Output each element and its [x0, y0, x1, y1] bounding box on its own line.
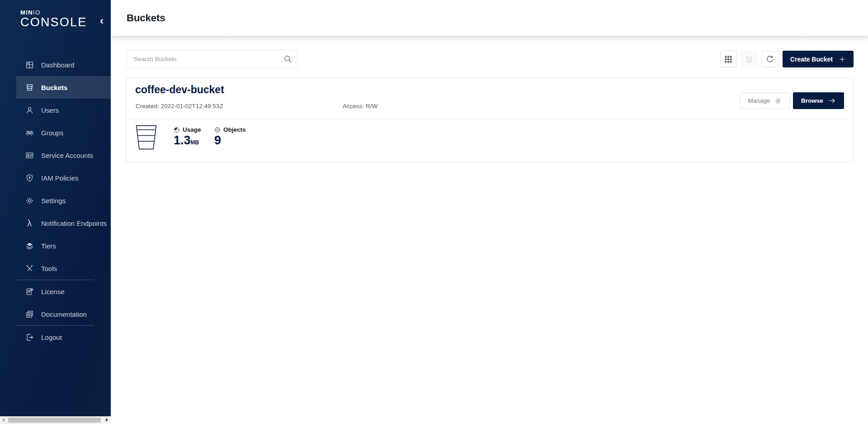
usage-label-row: Usage	[174, 126, 201, 133]
sidebar-item-label: Documentation	[41, 310, 87, 318]
sidebar-item-dashboard[interactable]: Dashboard	[16, 53, 111, 76]
pie-chart-icon	[174, 127, 180, 133]
lambda-icon: λ	[25, 219, 34, 228]
plus-icon	[839, 56, 846, 63]
sidebar-item-label: Settings	[41, 197, 66, 205]
sidebar-item-users[interactable]: Users	[16, 99, 111, 121]
scrollbar-left-arrow-icon[interactable]	[2, 418, 5, 422]
manage-label: Manage	[748, 97, 770, 104]
bucket-icon	[135, 124, 157, 150]
list-view-button[interactable]	[741, 51, 758, 67]
sidebar-item-license[interactable]: License	[16, 280, 111, 303]
objects-label-row: Objects	[214, 126, 246, 133]
manage-button[interactable]: Manage	[740, 92, 790, 109]
sidebar-item-buckets[interactable]: Buckets	[16, 76, 111, 99]
sidebar-item-label: Users	[41, 106, 59, 114]
groups-icon	[25, 128, 34, 137]
bucket-card: coffee-dev-bucket Manage Browse Created:…	[126, 78, 854, 162]
content-area: Create Bucket coffee-dev-bucket Manage B…	[111, 36, 868, 424]
user-icon	[25, 105, 34, 114]
browse-button[interactable]: Browse	[793, 92, 844, 109]
arrow-right-icon	[828, 97, 836, 105]
gear-icon	[774, 97, 782, 105]
bucket-name-link[interactable]: coffee-dev-bucket	[135, 84, 224, 96]
page-header: Buckets	[111, 0, 868, 36]
usage-metric: Usage 1.3MB	[174, 126, 201, 147]
dashboard-icon	[25, 60, 34, 69]
usage-label: Usage	[183, 126, 201, 133]
scrollbar-right-arrow-icon[interactable]	[106, 418, 108, 422]
sidebar-item-tiers[interactable]: Tiers	[16, 234, 111, 257]
buckets-toolbar: Create Bucket	[720, 51, 854, 67]
sidebar-item-label: Groups	[41, 129, 63, 137]
browse-label: Browse	[801, 97, 823, 104]
sidebar-item-tools[interactable]: Tools	[16, 257, 111, 280]
buckets-icon	[25, 83, 34, 92]
minio-wordmark: MINIO	[20, 10, 87, 15]
sidebar-item-iam-policies[interactable]: IAM Policies	[16, 167, 111, 189]
sidebar-collapse-button[interactable]: ‹	[100, 15, 104, 26]
id-card-icon	[25, 151, 34, 160]
sidebar-item-notification-endpoints[interactable]: λ Notification Endpoints	[16, 212, 111, 234]
documentation-icon	[25, 310, 34, 319]
chevron-left-icon: ‹	[100, 14, 104, 27]
logout-icon	[25, 333, 34, 342]
scrollbar-thumb[interactable]	[8, 418, 101, 423]
create-bucket-button[interactable]: Create Bucket	[783, 51, 854, 67]
main-area: Buckets	[111, 0, 868, 424]
usage-value: 1.3MB	[174, 134, 201, 147]
bucket-card-actions: Manage Browse	[740, 92, 844, 109]
console-wordmark: CONSOLE	[20, 16, 87, 29]
shield-lock-icon	[25, 173, 34, 182]
list-view-icon	[745, 55, 754, 64]
sidebar-item-label: Dashboard	[41, 61, 74, 69]
sidebar-item-settings[interactable]: Settings	[16, 189, 111, 212]
sidebar-item-documentation[interactable]: Documentation	[16, 303, 111, 325]
brand-min: MIN	[20, 9, 33, 16]
layers-icon	[25, 241, 34, 250]
gear-icon	[25, 196, 34, 205]
sidebar-item-label: IAM Policies	[41, 174, 79, 182]
create-bucket-label: Create Bucket	[790, 56, 833, 63]
sidebar-item-groups[interactable]: Groups	[16, 121, 111, 144]
page-title: Buckets	[127, 12, 165, 24]
minio-console-logo: MINIO CONSOLE	[20, 10, 87, 29]
sidebar-item-service-accounts[interactable]: Service Accounts	[16, 144, 111, 167]
grid-view-icon	[724, 55, 733, 64]
sidebar-item-label: Notification Endpoints	[41, 219, 107, 227]
sidebar-item-label: Buckets	[41, 84, 67, 91]
sidebar-horizontal-scrollbar[interactable]	[0, 416, 111, 424]
sidebar-item-label: Service Accounts	[41, 152, 93, 159]
refresh-button[interactable]	[762, 51, 778, 67]
usage-unit: MB	[191, 139, 199, 146]
sidebar: MINIO CONSOLE ‹ Dashboard Buckets Users	[0, 0, 111, 424]
sidebar-item-label: License	[41, 288, 65, 295]
search-input[interactable]	[127, 50, 297, 68]
sidebar-item-label: Logout	[41, 333, 62, 341]
search-wrapper	[127, 50, 297, 68]
card-divider	[126, 119, 853, 120]
objects-label: Objects	[223, 126, 246, 133]
refresh-icon	[765, 55, 774, 64]
sidebar-item-label: Tools	[41, 265, 57, 272]
sidebar-item-label: Tiers	[41, 242, 56, 250]
objects-metric: Objects 9	[214, 126, 246, 147]
sidebar-menu: Dashboard Buckets Users Groups Service A	[0, 53, 111, 348]
bucket-created-text: Created: 2022-01-02T12:49:53Z	[136, 103, 223, 110]
sidebar-item-logout[interactable]: Logout	[16, 326, 111, 348]
objects-value: 9	[214, 134, 246, 147]
search-icon	[283, 54, 292, 64]
objects-icon	[214, 127, 221, 133]
grid-view-button[interactable]	[720, 51, 737, 67]
bucket-access-text: Access: R/W	[343, 103, 377, 110]
license-icon	[25, 287, 34, 296]
brand-io: IO	[33, 9, 41, 16]
tools-icon	[25, 264, 34, 273]
